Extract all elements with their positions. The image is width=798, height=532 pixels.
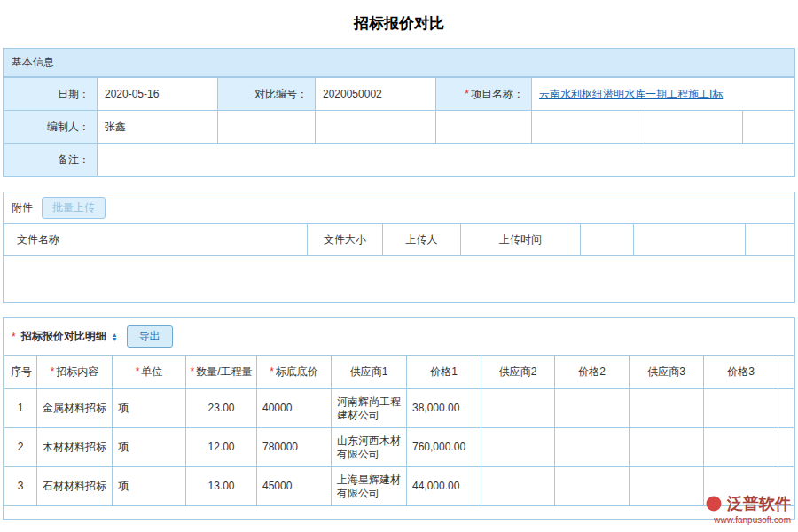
cell-seq: 3 <box>4 467 37 506</box>
cell-price-3 <box>704 428 778 467</box>
required-mark: * <box>51 365 55 378</box>
cell-supplier-1: 河南辉尚工程建材公司 <box>332 389 407 428</box>
fanpu-logo-icon <box>705 495 723 512</box>
cell-content: 金属材料招标 <box>37 389 113 428</box>
attachments-header-row: 文件名称 文件大小 上传人 上传时间 <box>4 224 794 256</box>
cell-supplier-1: 上海星辉建材有限公司 <box>332 467 407 506</box>
sort-arrows-icon[interactable]: ▲▼ <box>112 332 118 341</box>
project-label: *项目名称： <box>436 78 532 111</box>
empty-cell <box>532 111 645 144</box>
required-mark: * <box>465 88 469 100</box>
column-header-label: 价格2 <box>578 365 606 378</box>
empty-cell <box>778 389 794 428</box>
attachments-table: 文件名称 文件大小 上传人 上传时间 <box>4 223 794 256</box>
basic-info-row-3: 备注： <box>4 144 794 176</box>
cell-content: 木材材料招标 <box>37 428 113 467</box>
cell-seq: 1 <box>4 389 37 428</box>
required-mark: * <box>12 331 16 343</box>
detail-bottom-strip <box>4 506 794 519</box>
cell-quantity: 13.00 <box>186 467 257 506</box>
cell-quantity: 23.00 <box>186 389 257 428</box>
project-link[interactable]: 云南水利枢纽潜明水库一期工程施工I标 <box>539 88 723 100</box>
cell-price-2 <box>555 467 630 506</box>
column-header-price-3: 价格3 <box>704 356 778 389</box>
empty-cell <box>581 224 634 256</box>
batch-upload-button[interactable]: 批量上传 <box>42 197 106 219</box>
page-title: 招标报价对比 <box>0 0 798 48</box>
column-header-label: 序号 <box>11 365 32 378</box>
brand-watermark: 泛普软件 www.fanpusoft.com <box>705 493 791 525</box>
cell-supplier-3 <box>630 467 704 506</box>
cell-price-2 <box>555 389 630 428</box>
detail-header-row: 序号 *招标内容 *单位 *数量/工程量 *标底底价 供应商1 价格1 供应商2… <box>4 356 794 389</box>
date-label: 日期： <box>4 78 98 111</box>
date-value: 2020-05-16 <box>98 78 218 111</box>
empty-cell <box>743 111 794 144</box>
column-header-label: 数量/工程量 <box>196 365 252 378</box>
column-header-label: 供应商2 <box>499 365 537 378</box>
cell-unit: 项 <box>113 467 186 506</box>
column-header-file-name: 文件名称 <box>4 224 308 256</box>
column-header-supplier-3: 供应商3 <box>630 356 704 389</box>
cell-price-1: 44,000.00 <box>407 467 481 506</box>
cell-base-price: 40000 <box>257 389 332 428</box>
empty-cell <box>746 224 794 256</box>
column-header-upload-time: 上传时间 <box>461 224 581 256</box>
brand-url: www.fanpusoft.com <box>705 515 791 525</box>
empty-cell <box>778 428 794 467</box>
required-mark: * <box>136 365 140 378</box>
column-header-unit: *单位 <box>113 356 186 389</box>
column-header-uploader: 上传人 <box>383 224 461 256</box>
author-value: 张鑫 <box>98 111 218 144</box>
attachments-label: 附件 <box>12 200 33 215</box>
cell-price-3 <box>704 389 778 428</box>
remark-label: 备注： <box>4 144 98 176</box>
column-header-label: 价格1 <box>430 365 458 378</box>
cell-unit: 项 <box>113 389 186 428</box>
empty-cell <box>218 111 316 144</box>
basic-info-row-2: 编制人： 张鑫 <box>4 111 794 144</box>
attachments-toolbar: 附件 批量上传 <box>4 192 794 223</box>
basic-info-row-1: 日期： 2020-05-16 对比编号： 2020050002 *项目名称： 云… <box>4 78 794 111</box>
brand-name: 泛普软件 <box>727 493 791 514</box>
column-header-label: 供应商1 <box>350 365 388 378</box>
table-row: 3 石材材料招标 项 13.00 45000 上海星辉建材有限公司 44,000… <box>4 467 794 506</box>
cell-supplier-3 <box>630 389 704 428</box>
table-row: 2 木材材料招标 项 12.00 780000 山东河西木材有限公司 760,0… <box>4 428 794 467</box>
detail-titlebar: * 招标报价对比明细 ▲▼ 导出 <box>4 318 794 355</box>
column-header-label: 价格3 <box>727 365 755 378</box>
compare-no-value: 2020050002 <box>316 78 436 111</box>
empty-cell <box>436 111 532 144</box>
export-button[interactable]: 导出 <box>127 325 173 348</box>
required-mark: * <box>270 365 274 378</box>
cell-price-1: 38,000.00 <box>407 389 481 428</box>
basic-info-panel: 基本信息 日期： 2020-05-16 对比编号： 2020050002 *项目… <box>3 48 795 177</box>
compare-no-label: 对比编号： <box>218 78 316 111</box>
attachments-panel: 附件 批量上传 文件名称 文件大小 上传人 上传时间 <box>3 192 795 303</box>
column-header-content: *招标内容 <box>37 356 113 389</box>
column-header-quantity: *数量/工程量 <box>186 356 257 389</box>
column-header-supplier-1: 供应商1 <box>332 356 407 389</box>
column-header-label: 供应商3 <box>647 365 685 378</box>
required-mark: * <box>190 365 194 378</box>
cell-content: 石材材料招标 <box>37 467 113 506</box>
cell-price-2 <box>555 428 630 467</box>
cell-supplier-3 <box>630 428 704 467</box>
empty-cell <box>778 356 794 389</box>
cell-supplier-1: 山东河西木材有限公司 <box>332 428 407 467</box>
page: 招标报价对比 基本信息 日期： 2020-05-16 对比编号： 2020050… <box>0 0 798 520</box>
empty-cell <box>645 111 743 144</box>
cell-supplier-2 <box>481 467 555 506</box>
attachments-empty-area <box>4 256 794 302</box>
empty-cell <box>316 111 436 144</box>
table-row: 1 金属材料招标 项 23.00 40000 河南辉尚工程建材公司 38,000… <box>4 389 794 428</box>
detail-title: 招标报价对比明细 <box>21 329 106 344</box>
empty-cell <box>634 224 746 256</box>
cell-base-price: 780000 <box>257 428 332 467</box>
project-value-cell: 云南水利枢纽潜明水库一期工程施工I标 <box>532 78 794 111</box>
column-header-label: 标底底价 <box>276 365 318 378</box>
basic-info-table: 日期： 2020-05-16 对比编号： 2020050002 *项目名称： 云… <box>4 77 794 176</box>
column-header-seq: 序号 <box>4 356 37 389</box>
cell-unit: 项 <box>113 428 186 467</box>
column-header-price-2: 价格2 <box>555 356 630 389</box>
